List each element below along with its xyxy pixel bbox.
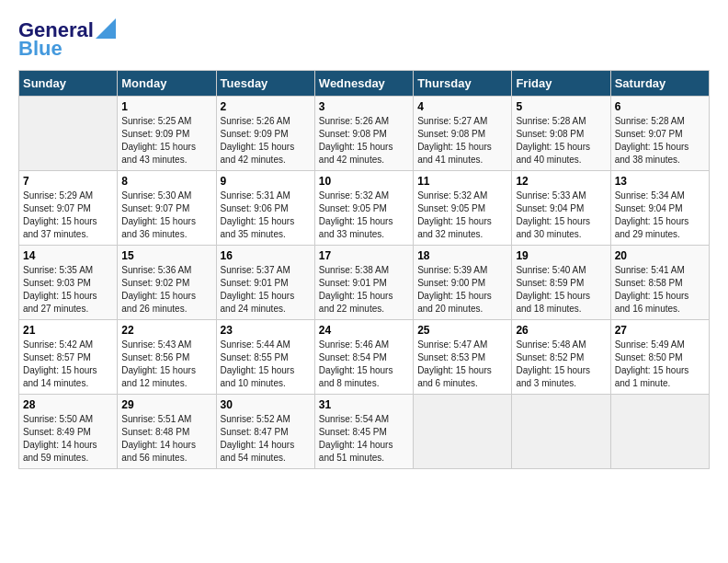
cell-text: Sunrise: 5:30 AM Sunset: 9:07 PM Dayligh… xyxy=(121,190,211,241)
cell-text: Sunrise: 5:51 AM Sunset: 8:48 PM Dayligh… xyxy=(121,413,211,465)
table-row: 5Sunrise: 5:28 AM Sunset: 9:08 PM Daylig… xyxy=(512,97,610,171)
table-row xyxy=(19,97,118,171)
day-number: 3 xyxy=(319,100,409,113)
cell-text: Sunrise: 5:54 AM Sunset: 8:45 PM Dayligh… xyxy=(319,413,409,465)
day-number: 6 xyxy=(615,100,705,113)
day-number: 23 xyxy=(221,324,311,337)
day-number: 19 xyxy=(516,249,606,262)
day-number: 4 xyxy=(417,100,507,113)
day-number: 2 xyxy=(221,100,311,113)
table-row: 16Sunrise: 5:37 AM Sunset: 9:01 PM Dayli… xyxy=(216,246,314,320)
weekday-header-sunday: Sunday xyxy=(19,71,118,97)
table-row: 13Sunrise: 5:34 AM Sunset: 9:04 PM Dayli… xyxy=(610,171,709,246)
day-number: 25 xyxy=(417,324,507,337)
cell-text: Sunrise: 5:49 AM Sunset: 8:50 PM Dayligh… xyxy=(615,339,705,390)
cell-text: Sunrise: 5:50 AM Sunset: 8:49 PM Dayligh… xyxy=(23,413,113,465)
cell-text: Sunrise: 5:26 AM Sunset: 9:09 PM Dayligh… xyxy=(221,115,311,167)
table-row: 18Sunrise: 5:39 AM Sunset: 9:00 PM Dayli… xyxy=(414,246,512,320)
day-number: 12 xyxy=(516,175,606,188)
cell-text: Sunrise: 5:44 AM Sunset: 8:55 PM Dayligh… xyxy=(221,339,311,390)
table-row xyxy=(414,395,512,469)
day-number: 8 xyxy=(121,175,211,188)
calendar-week-2: 7Sunrise: 5:29 AM Sunset: 9:07 PM Daylig… xyxy=(19,171,710,246)
day-number: 10 xyxy=(319,175,409,188)
day-number: 15 xyxy=(121,249,211,262)
weekday-header-friday: Friday xyxy=(512,71,610,97)
table-row: 21Sunrise: 5:42 AM Sunset: 8:57 PM Dayli… xyxy=(19,320,118,395)
table-row xyxy=(512,395,610,469)
day-number: 17 xyxy=(319,249,409,262)
day-number: 27 xyxy=(615,324,705,337)
cell-text: Sunrise: 5:41 AM Sunset: 8:58 PM Dayligh… xyxy=(615,264,705,316)
cell-text: Sunrise: 5:46 AM Sunset: 8:54 PM Dayligh… xyxy=(319,339,409,390)
table-row: 10Sunrise: 5:32 AM Sunset: 9:05 PM Dayli… xyxy=(314,171,413,246)
cell-text: Sunrise: 5:38 AM Sunset: 9:01 PM Dayligh… xyxy=(319,264,409,316)
cell-text: Sunrise: 5:28 AM Sunset: 9:07 PM Dayligh… xyxy=(615,115,705,167)
day-number: 14 xyxy=(23,249,113,262)
day-number: 22 xyxy=(121,324,211,337)
weekday-header-wednesday: Wednesday xyxy=(314,71,413,97)
cell-text: Sunrise: 5:26 AM Sunset: 9:08 PM Dayligh… xyxy=(319,115,409,167)
table-row xyxy=(610,395,709,469)
table-row: 11Sunrise: 5:32 AM Sunset: 9:05 PM Dayli… xyxy=(414,171,512,246)
table-row: 9Sunrise: 5:31 AM Sunset: 9:06 PM Daylig… xyxy=(216,171,314,246)
weekday-header-monday: Monday xyxy=(118,71,216,97)
table-row: 24Sunrise: 5:46 AM Sunset: 8:54 PM Dayli… xyxy=(314,320,413,395)
table-row: 4Sunrise: 5:27 AM Sunset: 9:08 PM Daylig… xyxy=(414,97,512,171)
cell-text: Sunrise: 5:37 AM Sunset: 9:01 PM Dayligh… xyxy=(221,264,311,316)
cell-text: Sunrise: 5:35 AM Sunset: 9:03 PM Dayligh… xyxy=(23,264,113,316)
cell-text: Sunrise: 5:42 AM Sunset: 8:57 PM Dayligh… xyxy=(23,339,113,390)
weekday-header-tuesday: Tuesday xyxy=(216,71,314,97)
day-number: 5 xyxy=(516,100,606,113)
day-number: 26 xyxy=(516,324,606,337)
day-number: 18 xyxy=(417,249,507,262)
calendar-table: SundayMondayTuesdayWednesdayThursdayFrid… xyxy=(18,70,710,469)
day-number: 30 xyxy=(221,398,311,411)
cell-text: Sunrise: 5:40 AM Sunset: 8:59 PM Dayligh… xyxy=(516,264,606,316)
calendar-week-3: 14Sunrise: 5:35 AM Sunset: 9:03 PM Dayli… xyxy=(19,246,710,320)
table-row: 2Sunrise: 5:26 AM Sunset: 9:09 PM Daylig… xyxy=(216,97,314,171)
table-row: 22Sunrise: 5:43 AM Sunset: 8:56 PM Dayli… xyxy=(118,320,216,395)
table-row: 12Sunrise: 5:33 AM Sunset: 9:04 PM Dayli… xyxy=(512,171,610,246)
table-row: 15Sunrise: 5:36 AM Sunset: 9:02 PM Dayli… xyxy=(118,246,216,320)
weekday-header-row: SundayMondayTuesdayWednesdayThursdayFrid… xyxy=(19,71,710,97)
table-row: 17Sunrise: 5:38 AM Sunset: 9:01 PM Dayli… xyxy=(314,246,413,320)
day-number: 24 xyxy=(319,324,409,337)
weekday-header-saturday: Saturday xyxy=(610,71,709,97)
table-row: 28Sunrise: 5:50 AM Sunset: 8:49 PM Dayli… xyxy=(19,395,118,469)
cell-text: Sunrise: 5:52 AM Sunset: 8:47 PM Dayligh… xyxy=(221,413,311,465)
calendar-week-4: 21Sunrise: 5:42 AM Sunset: 8:57 PM Dayli… xyxy=(19,320,710,395)
table-row: 27Sunrise: 5:49 AM Sunset: 8:50 PM Dayli… xyxy=(610,320,709,395)
day-number: 1 xyxy=(121,100,211,113)
day-number: 9 xyxy=(221,175,311,188)
day-number: 21 xyxy=(23,324,113,337)
cell-text: Sunrise: 5:43 AM Sunset: 8:56 PM Dayligh… xyxy=(121,339,211,390)
table-row: 7Sunrise: 5:29 AM Sunset: 9:07 PM Daylig… xyxy=(19,171,118,246)
cell-text: Sunrise: 5:39 AM Sunset: 9:00 PM Dayligh… xyxy=(417,264,507,316)
table-row: 8Sunrise: 5:30 AM Sunset: 9:07 PM Daylig… xyxy=(118,171,216,246)
cell-text: Sunrise: 5:36 AM Sunset: 9:02 PM Dayligh… xyxy=(121,264,211,316)
table-row: 1Sunrise: 5:25 AM Sunset: 9:09 PM Daylig… xyxy=(118,97,216,171)
logo-arrow-icon xyxy=(96,18,116,39)
table-row: 31Sunrise: 5:54 AM Sunset: 8:45 PM Dayli… xyxy=(314,395,413,469)
cell-text: Sunrise: 5:32 AM Sunset: 9:05 PM Dayligh… xyxy=(319,190,409,241)
cell-text: Sunrise: 5:27 AM Sunset: 9:08 PM Dayligh… xyxy=(417,115,507,167)
cell-text: Sunrise: 5:48 AM Sunset: 8:52 PM Dayligh… xyxy=(516,339,606,390)
calendar-week-1: 1Sunrise: 5:25 AM Sunset: 9:09 PM Daylig… xyxy=(19,97,710,171)
day-number: 20 xyxy=(615,249,705,262)
table-row: 14Sunrise: 5:35 AM Sunset: 9:03 PM Dayli… xyxy=(19,246,118,320)
table-row: 3Sunrise: 5:26 AM Sunset: 9:08 PM Daylig… xyxy=(314,97,413,171)
table-row: 23Sunrise: 5:44 AM Sunset: 8:55 PM Dayli… xyxy=(216,320,314,395)
page-header: General Blue xyxy=(18,18,710,61)
weekday-header-thursday: Thursday xyxy=(414,71,512,97)
logo: General Blue xyxy=(18,18,116,61)
day-number: 31 xyxy=(319,398,409,411)
day-number: 16 xyxy=(221,249,311,262)
day-number: 7 xyxy=(23,175,113,188)
day-number: 29 xyxy=(121,398,211,411)
day-number: 11 xyxy=(417,175,507,188)
cell-text: Sunrise: 5:33 AM Sunset: 9:04 PM Dayligh… xyxy=(516,190,606,241)
cell-text: Sunrise: 5:29 AM Sunset: 9:07 PM Dayligh… xyxy=(23,190,113,241)
day-number: 13 xyxy=(615,175,705,188)
table-row: 25Sunrise: 5:47 AM Sunset: 8:53 PM Dayli… xyxy=(414,320,512,395)
